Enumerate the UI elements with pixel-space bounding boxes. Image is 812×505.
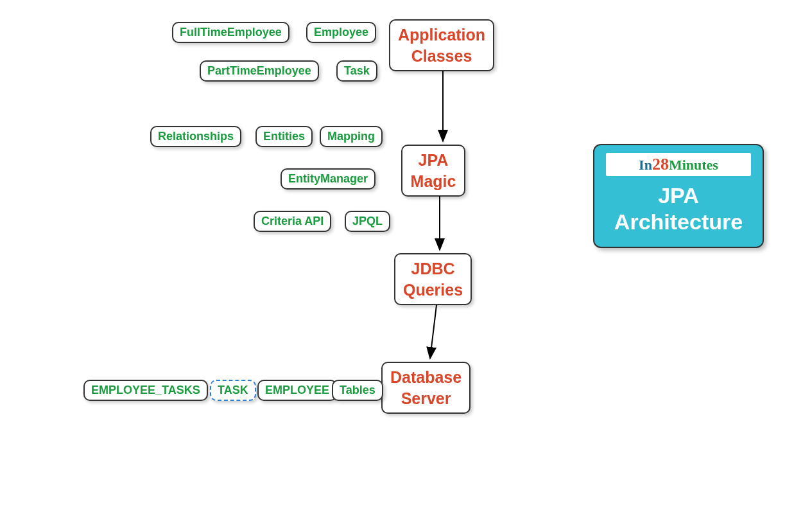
logo-min: Minutes	[669, 157, 718, 173]
jpql-node[interactable]: JPQL	[345, 211, 390, 232]
entitymanager-node[interactable]: EntityManager	[281, 168, 376, 190]
task-table-node[interactable]: TASK	[210, 380, 256, 401]
logo-in: In	[639, 157, 652, 173]
employee-node[interactable]: Employee	[306, 22, 376, 43]
jdbc-queries-node[interactable]: JDBCQueries	[394, 253, 472, 305]
title-text: JPAArchitecture	[606, 182, 751, 235]
app-classes-node[interactable]: ApplicationClasses	[389, 19, 494, 71]
jpa-magic-node[interactable]: JPAMagic	[401, 145, 465, 197]
mapping-node[interactable]: Mapping	[320, 126, 383, 147]
logo-num: 28	[652, 155, 669, 173]
criteria-api-node[interactable]: Criteria API	[254, 211, 331, 232]
employee-tasks-node[interactable]: EMPLOYEE_TASKS	[83, 380, 208, 401]
arrow-3	[430, 305, 436, 359]
fulltime-employee-node[interactable]: FullTimeEmployee	[172, 22, 289, 43]
title-card: In28Minutes JPAArchitecture	[593, 144, 764, 248]
task-node[interactable]: Task	[336, 60, 377, 82]
database-server-node[interactable]: DatabaseServer	[381, 362, 471, 414]
flow-arrows	[0, 0, 812, 505]
relationships-node[interactable]: Relationships	[150, 126, 241, 147]
parttime-employee-node[interactable]: PartTimeEmployee	[200, 60, 319, 82]
logo: In28Minutes	[606, 153, 751, 176]
entities-node[interactable]: Entities	[255, 126, 313, 147]
employee-table-node[interactable]: EMPLOYEE	[257, 380, 337, 401]
tables-node[interactable]: Tables	[332, 380, 383, 401]
